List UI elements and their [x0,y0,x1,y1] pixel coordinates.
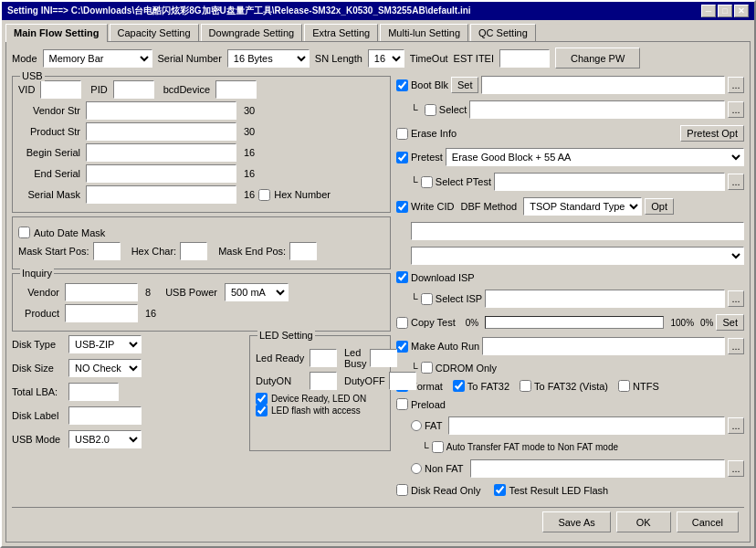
make-auto-run-checkbox[interactable] [396,341,408,353]
right-panel: Boot Blk Set ... └ Select ... Erase Info [396,76,744,503]
select-ptest-row: └ Select PTest ... [411,173,744,191]
non-fat-radio[interactable] [411,463,422,474]
fat-dots-button[interactable]: ... [728,417,744,434]
sn-select[interactable]: 16 Bytes [227,49,310,68]
boot-blk-dots-button[interactable]: ... [728,77,744,93]
change-pw-button[interactable]: Change PW [555,47,640,68]
mask-start-label: Mask Start Pos: [18,246,89,257]
tab-main-flow[interactable]: Main Flow Setting [5,24,108,42]
fat32-checkbox[interactable] [453,380,465,392]
mask-pos-row: Mask Start Pos: 3 Hex Char: Mask End Pos… [18,242,384,260]
make-auto-run-dots-button[interactable]: ... [728,338,744,354]
total-lba-input[interactable]: 0 [68,383,119,401]
preload-checkbox[interactable] [396,398,408,410]
led-flash-checkbox[interactable] [256,405,268,416]
sn-length-select[interactable]: 16 [368,49,404,68]
pid-input[interactable]: 1000 [113,80,154,99]
download-isp-checkbox[interactable] [396,271,408,283]
fat-input[interactable] [448,416,725,435]
tab-downgrade[interactable]: Downgrade Setting [201,24,303,41]
tab-extra[interactable]: Extra Setting [304,24,378,41]
serial-mask-label: Serial Mask [18,189,80,200]
mode-select[interactable]: Memory Bar [43,49,152,68]
disk-label-input[interactable]: USB DISK [68,406,142,425]
auto-transfer-checkbox[interactable] [432,441,444,453]
pretest-checkbox[interactable] [396,152,408,163]
ntfs-checkbox[interactable] [618,380,630,392]
erase-info-checkbox[interactable] [396,128,408,140]
set2-button[interactable]: Set [716,314,744,331]
led-busy-input[interactable]: 48 [370,349,397,367]
dbf-select[interactable]: TSOP Standard Type [523,197,642,216]
select-ptest-input[interactable] [494,173,725,191]
tabs-bar: Main Flow Setting Capacity Setting Downg… [2,20,754,41]
select-checkbox[interactable] [425,104,436,116]
cancel-button[interactable]: Cancel [677,511,739,532]
disk-read-only-checkbox[interactable] [396,484,408,496]
write-cid-checkbox[interactable] [396,201,408,213]
boot-blk-checkbox[interactable] [396,79,408,91]
close-button[interactable]: ✕ [734,5,749,17]
timeout-input[interactable]: 10000 [499,49,550,68]
bcd-input[interactable]: 1100 [215,80,257,99]
end-serial-input[interactable]: AA04012799999999 [86,164,236,183]
disk-size-select[interactable]: NO Check [68,359,142,377]
pretest-opt-button[interactable]: Pretest Opt [680,125,744,142]
tab-capacity[interactable]: Capacity Setting [110,24,199,41]
boot-blk-input[interactable] [481,76,725,94]
led-ready-input[interactable]: 3 [310,349,337,367]
vendor-str-input[interactable]: SMI Corporation [86,101,236,120]
led-ready-label: Led Ready [256,353,306,364]
tab-qc[interactable]: QC Setting [470,24,536,41]
hex-char-label: Hex Char: [131,246,177,257]
vid-input[interactable]: 090C [40,80,81,99]
led-group-label: LED Setting [257,330,315,341]
serial-mask-input[interactable]: AA############ [86,185,236,204]
mask-start-input[interactable]: 3 [93,242,121,260]
write-cid-input[interactable] [411,222,744,240]
product-str-input[interactable]: USB DISK [86,122,236,141]
tab-multi-lun[interactable]: Multi-lun Setting [380,24,468,41]
non-fat-input[interactable] [470,459,725,478]
fat-label: FAT [425,420,442,431]
inquiry-vendor-input[interactable]: SMI [65,283,138,301]
select-input[interactable] [469,100,725,119]
write-cid-select-dropdown[interactable] [411,247,744,265]
led-flash-label: LED flash with access [271,406,361,416]
fat32-vista-checkbox[interactable] [520,380,531,392]
ok-button[interactable]: OK [616,511,671,532]
copy-test-checkbox[interactable] [396,317,408,329]
select-isp-input[interactable] [485,290,725,308]
duty-off-input[interactable]: 0 [389,372,416,390]
select-dots-button[interactable]: ... [728,101,744,118]
minimize-button[interactable]: ─ [701,5,716,17]
hex-number-checkbox[interactable] [258,189,270,201]
select-isp-dots-button[interactable]: ... [728,290,744,307]
non-fat-dots-button[interactable]: ... [728,460,744,477]
auto-date-checkbox[interactable] [18,227,30,238]
test-result-led-checkbox[interactable] [494,484,506,496]
opt-button[interactable]: Opt [645,198,674,215]
device-ready-checkbox[interactable] [256,393,268,405]
fat32-label: To FAT32 [467,381,509,392]
select-ptest-checkbox[interactable] [421,176,433,188]
begin-serial-input[interactable]: AA000000000G383 [86,143,236,162]
disk-type-select[interactable]: USB-ZIP [68,335,142,353]
duty-on-input[interactable]: 0 [310,372,337,390]
cdrom-only-checkbox[interactable] [421,362,433,374]
maximize-button[interactable]: □ [718,5,732,17]
make-auto-run-input[interactable]: downs XP SP3 电脑城DVD纯净克隆版.iso [482,337,725,355]
pretest-select[interactable]: Erase Good Block + 55 AA [446,148,744,166]
mask-end-input[interactable]: 10 [289,242,317,260]
select-isp-checkbox[interactable] [421,293,433,305]
usb-power-select[interactable]: 500 mA [225,283,289,301]
usb-mode-select[interactable]: USB2.0 [68,430,142,448]
end-serial-num: 16 [244,168,255,179]
save-as-button[interactable]: Save As [542,511,610,532]
fat-radio[interactable] [411,420,422,431]
select-ptest-dots-button[interactable]: ... [728,174,744,190]
inquiry-product-input[interactable]: USB DISK [65,304,138,322]
non-fat-label: Non FAT [425,463,464,474]
set-button[interactable]: Set [451,77,479,93]
hex-char-input[interactable] [180,242,207,260]
